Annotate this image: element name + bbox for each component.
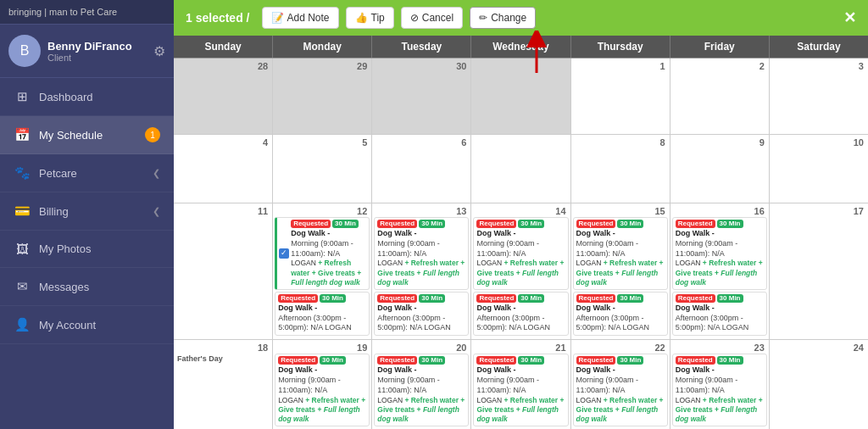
sidebar-item-dashboard[interactable]: ⊞ Dashboard (0, 78, 174, 116)
event-card-morning-22[interactable]: Requested 30 Min Dog Walk - Morning (9:0… (573, 354, 668, 426)
change-button[interactable]: ✏ Change (470, 7, 536, 29)
event-title: Dog Walk - (676, 304, 764, 314)
30min-badge: 30 Min (617, 356, 643, 365)
sidebar-item-label: Petcare (39, 167, 77, 180)
30min-badge: 30 Min (617, 220, 643, 228)
selected-count: 1 selected / (186, 11, 250, 25)
event-title: Dog Walk - (576, 365, 665, 376)
cal-cell-13: 13 Requested 30 Min Dog Walk - Morning (… (372, 203, 471, 339)
sidebar-item-my-schedule[interactable]: 📅 My Schedule 1 (0, 116, 174, 154)
cal-cell-6: 6 (372, 135, 471, 203)
event-time: Afternoon (3:00pm - 5:00pm): N/A LOGAN (377, 314, 465, 333)
calendar-week-1: 28 29 30 1 2 3 (174, 58, 868, 135)
cal-cell-18: 18 Father's Day (174, 340, 273, 429)
requested-badge: Requested (476, 220, 516, 228)
requested-badge: Requested (278, 356, 318, 365)
add-note-button[interactable]: 📝 Add Note (262, 7, 339, 29)
sidebar-item-label: My Account (39, 319, 96, 332)
event-logan: LOGAN + Refresh water + Give treats + Fu… (676, 259, 764, 287)
day-header-thursday: Thursday (571, 36, 670, 58)
cal-cell-16: 16 Requested 30 Min Dog Walk - Morning (… (670, 203, 770, 339)
cal-cell-17: 17 (770, 203, 868, 339)
event-card-morning-12[interactable]: ✓ Requested 30 Min Dog Walk - Morning (9… (275, 217, 370, 290)
calendar-week-2: 4 5 6 8 9 10 (174, 135, 868, 203)
event-logan: LOGAN + Refresh water + Give treats + Fu… (676, 396, 764, 424)
cal-cell-1: 1 (571, 58, 670, 134)
event-card-morning-14[interactable]: Requested 30 Min Dog Walk - Morning (9:0… (473, 217, 568, 290)
user-role: Client (47, 53, 153, 63)
event-title: Dog Walk - (676, 229, 764, 239)
close-icon[interactable]: ✕ (843, 8, 856, 27)
sidebar-item-photos[interactable]: 🖼 My Photos (0, 231, 174, 268)
cal-cell-8: 8 (571, 135, 670, 203)
requested-badge: Requested (676, 220, 715, 228)
event-title: Dog Walk - (278, 365, 366, 376)
sidebar-item-my-account[interactable]: 👤 My Account (0, 306, 174, 344)
30min-badge: 30 Min (518, 220, 544, 228)
event-title: Dog Walk - (377, 304, 465, 314)
event-card-morning-23[interactable]: Requested 30 Min Dog Walk - Morning (9:0… (672, 354, 767, 426)
cal-cell-20: 20 Requested 30 Min Dog Walk - Morning (… (372, 340, 471, 429)
sidebar-item-billing[interactable]: 💳 Billing ❮ (0, 192, 174, 231)
sidebar-item-messages[interactable]: ✉ Messages (0, 268, 174, 306)
requested-badge: Requested (278, 294, 318, 303)
cal-cell-5: 5 (273, 135, 372, 203)
petcare-icon: 🐾 (14, 165, 31, 181)
day-header-friday: Friday (670, 36, 770, 58)
calendar-week-3: 11 12 ✓ Requested 30 Min Dog Walk - Morn… (174, 203, 868, 340)
tip-button[interactable]: 👍 Tip (346, 7, 394, 29)
event-card-morning-16[interactable]: Requested 30 Min Dog Walk - Morning (9:0… (672, 217, 767, 290)
event-card-afternoon-14[interactable]: Requested 30 Min Dog Walk - Afternoon (3… (473, 292, 568, 336)
sidebar-item-petcare[interactable]: 🐾 Petcare ❮ (0, 154, 174, 192)
event-logan: LOGAN + Refresh water + Give treats + Fu… (278, 396, 366, 424)
event-card-morning-13[interactable]: Requested 30 Min Dog Walk - Morning (9:0… (374, 217, 469, 290)
cal-cell-blank (471, 58, 570, 134)
checkbox-checked-icon[interactable]: ✓ (279, 248, 289, 259)
event-card-afternoon-12[interactable]: Requested 30 Min Dog Walk - Afternoon (3… (275, 292, 370, 336)
requested-badge: Requested (291, 220, 331, 228)
action-bar: 1 selected / 📝 Add Note 👍 Tip ⊘ Cancel ✏… (174, 0, 868, 36)
cal-cell-19: 19 Requested 30 Min Dog Walk - Morning (… (273, 340, 372, 429)
gear-icon[interactable]: ⚙ (153, 43, 165, 59)
event-time: Morning (9:00am - 11:00am): N/A (676, 376, 764, 395)
event-title: Dog Walk - (476, 304, 565, 314)
event-card-afternoon-16[interactable]: Requested 30 Min Dog Walk - Afternoon (3… (672, 292, 767, 336)
calendar-header: Sunday Monday Tuesday Wednesday Thursday… (174, 36, 868, 58)
30min-badge: 30 Min (518, 294, 544, 303)
event-card-morning-15[interactable]: Requested 30 Min Dog Walk - Morning (9:0… (573, 217, 668, 290)
event-card-afternoon-15[interactable]: Requested 30 Min Dog Walk - Afternoon (3… (573, 292, 668, 336)
fathers-day-label: Father's Day (175, 354, 270, 364)
cal-cell-30: 30 (372, 58, 471, 134)
event-card-morning-20[interactable]: Requested 30 Min Dog Walk - Morning (9:0… (374, 354, 469, 426)
event-time: Afternoon (3:00pm - 5:00pm): N/A LOGAN (278, 314, 366, 333)
event-time: Morning (9:00am - 11:00am): N/A (291, 239, 366, 259)
requested-badge: Requested (576, 356, 616, 365)
cal-cell-3: 3 (770, 58, 868, 134)
event-time: Afternoon (3:00pm - 5:00pm): N/A LOGAN (676, 314, 764, 333)
cal-cell-9: 9 (670, 135, 770, 203)
event-title: Dog Walk - (576, 229, 665, 239)
cal-cell-4: 4 (174, 135, 273, 203)
main-content: 1 selected / 📝 Add Note 👍 Tip ⊘ Cancel ✏… (174, 0, 868, 429)
cal-cell-28: 28 (174, 58, 273, 134)
requested-badge: Requested (377, 294, 417, 303)
event-time: Morning (9:00am - 11:00am): N/A (476, 239, 565, 259)
sidebar-item-label: Messages (39, 281, 89, 293)
messages-icon: ✉ (14, 279, 31, 294)
cancel-button[interactable]: ⊘ Cancel (401, 7, 463, 29)
event-card-morning-21[interactable]: Requested 30 Min Dog Walk - Morning (9:0… (473, 354, 568, 426)
photos-icon: 🖼 (14, 242, 31, 256)
requested-badge: Requested (576, 294, 616, 303)
cal-cell-15: 15 Requested 30 Min Dog Walk - Morning (… (571, 203, 670, 339)
cal-cell-2: 2 (670, 58, 770, 134)
sidebar-user-section: B Benny DiFranco Client ⚙ (0, 25, 174, 78)
event-time: Afternoon (3:00pm - 5:00pm): N/A LOGAN (576, 314, 665, 333)
sidebar-item-label: My Schedule (39, 129, 103, 142)
chevron-icon: ❮ (153, 206, 160, 217)
event-logan: LOGAN + Refresh water + Give treats + Fu… (576, 396, 665, 424)
event-card-afternoon-13[interactable]: Requested 30 Min Dog Walk - Afternoon (3… (374, 292, 469, 336)
event-logan: LOGAN + Refresh water + Give treats + Fu… (377, 396, 465, 424)
event-time: Morning (9:00am - 11:00am): N/A (476, 376, 565, 395)
30min-badge: 30 Min (419, 356, 445, 365)
event-card-morning-19[interactable]: Requested 30 Min Dog Walk - Morning (9:0… (275, 354, 370, 426)
